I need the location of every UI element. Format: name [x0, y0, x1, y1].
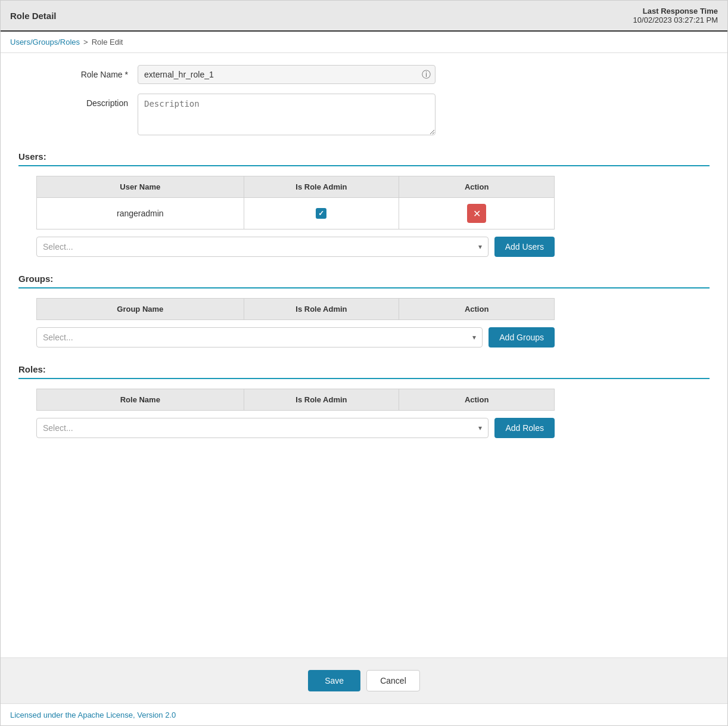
users-section-header: Users:: [18, 147, 710, 166]
users-select-dropdown[interactable]: Select... ▾: [36, 237, 489, 257]
breadcrumb: Users/Groups/Roles > Role Edit: [1, 32, 727, 53]
users-col-username: User Name: [37, 176, 244, 198]
groups-section: Groups: Group Name Is Role Admin Action …: [18, 269, 710, 348]
roles-section: Roles: Role Name Is Role Admin Action Se…: [18, 359, 710, 438]
groups-table: Group Name Is Role Admin Action: [36, 298, 555, 320]
last-response-value: 10/02/2023 03:27:21 PM: [633, 15, 718, 24]
users-col-action: Action: [399, 176, 555, 198]
groups-section-header: Groups:: [18, 269, 710, 288]
add-roles-button[interactable]: Add Roles: [494, 418, 555, 438]
last-response-time: Last Response Time 10/02/2023 03:27:21 P…: [633, 7, 718, 24]
groups-col-action: Action: [399, 299, 555, 320]
chevron-down-icon: ▾: [472, 333, 476, 342]
users-select-placeholder: Select...: [43, 242, 73, 252]
roles-col-action: Action: [399, 389, 555, 411]
roles-section-header: Roles:: [18, 359, 710, 379]
users-table: User Name Is Role Admin Action rangeradm…: [36, 176, 555, 229]
breadcrumb-separator: >: [83, 38, 88, 46]
table-row: rangeradmin ✕: [37, 198, 555, 229]
users-select-add-row: Select... ▾ Add Users: [36, 237, 555, 257]
main-content: Role Name * ⓘ Description Users: User Na: [1, 53, 727, 657]
page-title: Role Detail: [10, 11, 57, 21]
groups-select-placeholder: Select...: [43, 333, 73, 342]
license-footer: Licensed under the Apache License, Versi…: [1, 703, 727, 725]
save-button[interactable]: Save: [308, 670, 360, 691]
role-name-row: Role Name * ⓘ: [18, 65, 710, 84]
role-name-label: Role Name *: [18, 65, 138, 79]
breadcrumb-link[interactable]: Users/Groups/Roles: [10, 38, 80, 46]
info-icon: ⓘ: [422, 69, 431, 80]
roles-col-rolename: Role Name: [37, 389, 244, 411]
delete-user-button[interactable]: ✕: [467, 204, 486, 223]
user-action-cell: ✕: [399, 198, 555, 229]
description-row: Description: [18, 94, 710, 137]
description-label: Description: [18, 94, 138, 108]
roles-select-add-row: Select... ▾ Add Roles: [36, 418, 555, 438]
chevron-down-icon: ▾: [478, 424, 482, 432]
add-groups-button[interactable]: Add Groups: [489, 327, 555, 348]
license-link[interactable]: Licensed under the Apache License, Versi…: [10, 711, 176, 719]
cancel-button[interactable]: Cancel: [366, 670, 420, 691]
description-textarea[interactable]: [138, 94, 435, 135]
role-admin-checkbox[interactable]: [316, 208, 326, 219]
roles-table: Role Name Is Role Admin Action: [36, 389, 555, 411]
chevron-down-icon: ▾: [478, 243, 482, 251]
last-response-label: Last Response Time: [633, 7, 718, 15]
groups-col-isroleadmin: Is Role Admin: [244, 299, 399, 320]
users-col-isroleadmin: Is Role Admin: [244, 176, 399, 198]
user-isroleadmin-cell: [244, 198, 399, 229]
breadcrumb-current: Role Edit: [92, 38, 123, 46]
role-name-control: ⓘ: [138, 65, 435, 84]
groups-select-dropdown[interactable]: Select... ▾: [36, 327, 483, 348]
roles-select-dropdown[interactable]: Select... ▾: [36, 418, 489, 438]
roles-col-isroleadmin: Is Role Admin: [244, 389, 399, 411]
groups-select-add-row: Select... ▾ Add Groups: [36, 327, 555, 348]
add-users-button[interactable]: Add Users: [494, 237, 555, 257]
roles-select-placeholder: Select...: [43, 423, 73, 433]
role-name-input[interactable]: [138, 65, 435, 84]
description-control: [138, 94, 435, 137]
page-header: Role Detail Last Response Time 10/02/202…: [1, 1, 727, 32]
user-name-cell: rangeradmin: [37, 198, 244, 229]
groups-col-groupname: Group Name: [37, 299, 244, 320]
footer-actions: Save Cancel: [1, 657, 727, 703]
users-section: Users: User Name Is Role Admin Action ra…: [18, 147, 710, 257]
role-name-input-wrapper: ⓘ: [138, 65, 435, 84]
